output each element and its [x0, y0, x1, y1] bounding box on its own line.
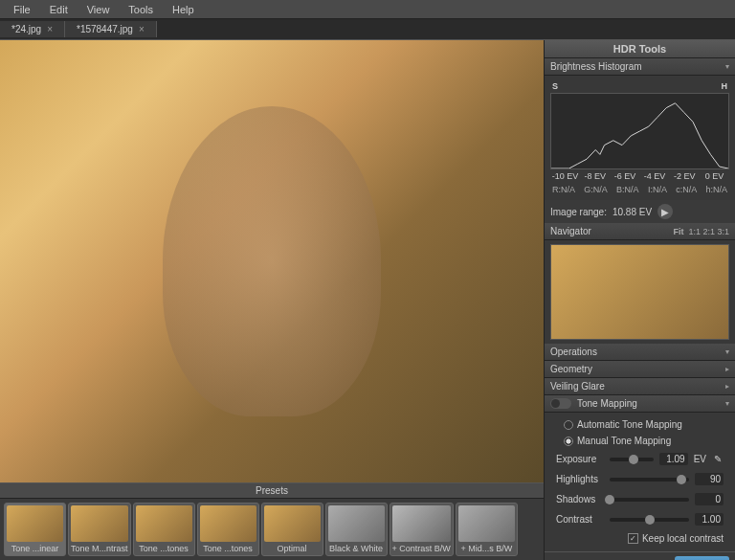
presets-header: Presets [0, 483, 544, 499]
zoom-fit[interactable]: Fit [673, 227, 683, 236]
shadows-slider[interactable] [610, 498, 689, 502]
highlights-value[interactable]: 90 [695, 473, 724, 485]
menu-tools[interactable]: Tools [119, 2, 163, 17]
tab-label: *1578447.jpg [77, 24, 133, 34]
chevron-down-icon: ▾ [725, 399, 729, 408]
preset-item[interactable]: + Mid...s B/W [456, 503, 518, 556]
tab-1[interactable]: *1578447.jpg × [65, 21, 157, 37]
hdr-tools-header: HDR Tools [545, 40, 735, 58]
ev-axis: -10 EV-8 EV-6 EV-4 EV-2 EV0 EV [550, 169, 729, 183]
preset-item[interactable]: Tone ...tones [197, 503, 259, 556]
chevron-right-icon: ▸ [725, 382, 729, 391]
veiling-glare-header[interactable]: Veiling Glare▸ [545, 378, 735, 395]
close-icon[interactable]: × [47, 24, 53, 34]
tone-mapping-toggle[interactable] [550, 398, 571, 409]
preset-item[interactable]: Tone M...ntrast [68, 503, 131, 556]
eyedropper-icon[interactable]: ✎ [712, 454, 724, 465]
highlights-label: Highlights [556, 474, 604, 484]
document-tabs: *24.jpg × *1578447.jpg × [0, 19, 735, 40]
highlights-slider[interactable] [610, 478, 689, 482]
tone-mapping-header[interactable]: Tone Mapping ▾ [545, 395, 735, 413]
histogram-header[interactable]: Brightness Histogram▾ [545, 58, 735, 76]
chevron-down-icon: ▾ [725, 347, 729, 356]
contrast-slider[interactable] [610, 518, 689, 522]
photo-preview [0, 40, 544, 482]
auto-tone-radio[interactable]: Automatic Tone Mapping [550, 416, 729, 433]
chevron-down-icon: ▾ [725, 62, 729, 71]
histo-s-label: S [552, 81, 558, 91]
exposure-slider[interactable] [610, 458, 654, 461]
tab-label: *24.jpg [11, 24, 41, 34]
exposure-value[interactable]: 1.09 [659, 453, 688, 465]
preset-item[interactable]: Tone ...inear [4, 503, 66, 556]
geometry-header[interactable]: Geometry▸ [545, 361, 735, 378]
brightness-histogram[interactable] [550, 93, 729, 169]
navigator-thumbnail[interactable] [550, 244, 729, 340]
keep-local-contrast-check[interactable]: ✓Keep local contrast [550, 529, 729, 548]
shadows-value[interactable]: 0 [695, 493, 724, 505]
contrast-value[interactable]: 1.00 [695, 513, 724, 526]
menu-view[interactable]: View [78, 2, 120, 17]
menu-edit[interactable]: Edit [40, 2, 78, 17]
preset-item[interactable]: Black & White [325, 503, 388, 556]
tab-0[interactable]: *24.jpg × [0, 21, 65, 37]
histo-h-label: H [722, 81, 728, 91]
contrast-label: Contrast [556, 514, 604, 525]
manual-tone-radio[interactable]: Manual Tone Mapping [550, 433, 729, 449]
channel-info: R:N/AG:N/AB:N/AI:N/Ac:N/Ah:N/A [550, 183, 729, 196]
chevron-right-icon: ▸ [725, 365, 729, 373]
preset-item[interactable]: + Contrast B/W [390, 503, 454, 556]
menu-bar: File Edit View Tools Help [0, 0, 735, 19]
menu-file[interactable]: File [4, 2, 40, 17]
save-button[interactable]: Save [675, 556, 729, 560]
exposure-unit: EV [694, 454, 706, 464]
exposure-label: Exposure [556, 454, 604, 464]
close-icon[interactable]: × [139, 24, 145, 34]
image-canvas[interactable] [0, 40, 544, 482]
preset-item[interactable]: Tone ...tones [133, 503, 195, 556]
zoom-ratios[interactable]: 1:1 2:1 3:1 [688, 227, 729, 236]
image-range-value: 10.88 EV [612, 207, 652, 217]
menu-help[interactable]: Help [163, 2, 204, 17]
shadows-label: Shadows [556, 494, 604, 504]
operations-header[interactable]: Operations▾ [545, 344, 735, 361]
play-button[interactable]: ▶ [657, 204, 673, 219]
presets-strip: Tone ...inear Tone M...ntrast Tone ...to… [0, 499, 544, 560]
image-range-row: Image range: 10.88 EV ▶ [545, 200, 735, 223]
navigator-header[interactable]: Navigator Fit 1:1 2:1 3:1 [545, 223, 735, 240]
preset-item[interactable]: Optimal [261, 503, 323, 556]
